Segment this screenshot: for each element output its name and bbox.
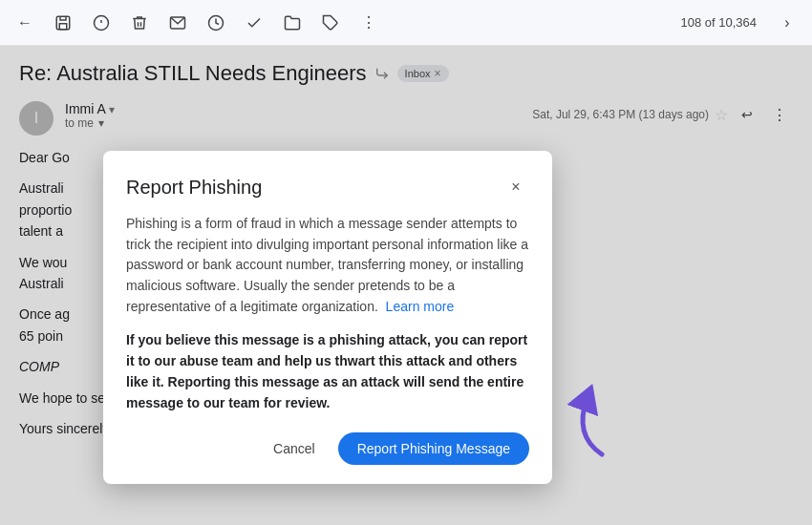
report-phishing-dialog: Report Phishing × Phishing is a form of … <box>103 151 552 484</box>
dialog-close-button[interactable]: × <box>502 174 529 200</box>
dialog-description: Phishing is a form of fraud in which a m… <box>126 214 529 317</box>
more-icon[interactable]: ⋮ <box>355 10 382 36</box>
arrow-annotation <box>545 378 621 468</box>
mail-icon[interactable] <box>164 10 191 36</box>
report-phishing-button[interactable]: Report Phishing Message <box>338 432 529 465</box>
next-email-button[interactable]: › <box>774 10 801 36</box>
info-icon[interactable] <box>88 10 115 36</box>
cancel-button[interactable]: Cancel <box>262 433 327 464</box>
check-icon[interactable] <box>241 10 267 36</box>
arrow-svg <box>545 378 621 464</box>
dialog-header: Report Phishing × <box>126 174 529 200</box>
save-icon[interactable] <box>50 10 76 36</box>
dialog-title: Report Phishing <box>126 177 262 199</box>
clock-icon[interactable] <box>203 10 229 36</box>
back-button[interactable]: ← <box>11 10 38 36</box>
dialog-warning: If you believe this message is a phishin… <box>126 330 529 413</box>
folder-icon[interactable] <box>279 10 306 36</box>
delete-icon[interactable] <box>126 10 153 36</box>
label-icon[interactable] <box>317 10 344 36</box>
toolbar: ← ⋮ 108 of 10,364 › <box>0 0 812 46</box>
email-counter: 108 of 10,364 <box>680 15 757 30</box>
learn-more-link[interactable]: Learn more <box>386 299 455 314</box>
dialog-actions: Cancel Report Phishing Message <box>126 432 529 465</box>
